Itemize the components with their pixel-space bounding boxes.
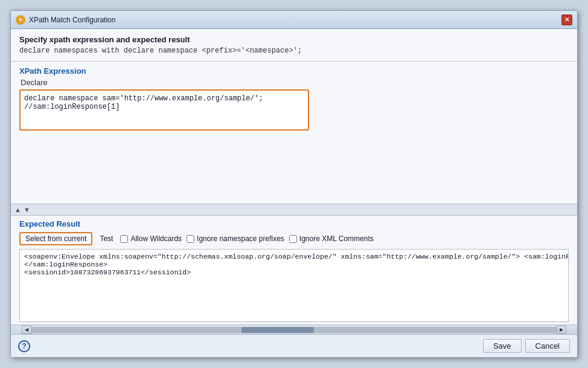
help-button[interactable]: ?	[18, 340, 30, 352]
scroll-right-button[interactable]: ▶	[557, 326, 566, 334]
cancel-button[interactable]: Cancel	[525, 339, 570, 353]
specify-label: Specify xpath expression and expected re…	[19, 35, 569, 44]
allow-wildcards-checkbox[interactable]	[120, 235, 128, 243]
save-button[interactable]: Save	[483, 339, 522, 353]
expected-line-3: <sessionid>10873286937963711</sessionid>	[24, 268, 564, 276]
expected-line-2: </sam:loginResponse>	[24, 260, 564, 268]
expected-toolbar: Select from current Test Allow Wildcards…	[19, 232, 569, 245]
horizontal-scrollbar[interactable]: ◀ ▶	[11, 324, 577, 334]
dialog-window: ✦ XPath Match Configuration ✕ Specify xp…	[10, 10, 578, 358]
declare-label: Declare	[19, 78, 569, 87]
dialog-body: Specify xpath expression and expected re…	[11, 29, 577, 357]
expected-line-1: <soapenv:Envelope xmlns:soapenv="http://…	[24, 253, 564, 260]
titlebar-left: ✦ XPath Match Configuration	[16, 15, 115, 25]
test-button[interactable]: Test	[97, 233, 115, 244]
declare-hint: declare namespaces with declare namespac…	[19, 47, 569, 55]
arrow-down-icon: ▼	[24, 206, 30, 213]
expected-result-label: Expected Result	[19, 219, 569, 228]
expected-content: <soapenv:Envelope xmlns:soapenv="http://…	[19, 249, 569, 322]
footer: ? Save Cancel	[11, 334, 577, 357]
select-from-current-button[interactable]: Select from current	[19, 232, 92, 245]
scrollbar-thumb[interactable]	[241, 327, 314, 333]
xpath-textarea[interactable]	[19, 89, 309, 131]
allow-wildcards-group[interactable]: Allow Wildcards	[120, 234, 182, 243]
top-section: Specify xpath expression and expected re…	[11, 29, 577, 62]
scroll-left-button[interactable]: ◀	[22, 326, 31, 334]
app-icon: ✦	[16, 15, 25, 25]
ignore-comments-label: Ignore XML Comments	[299, 234, 374, 243]
ignore-namespace-label: Ignore namespace prefixes	[197, 234, 284, 243]
titlebar: ✦ XPath Match Configuration ✕	[11, 11, 577, 29]
splitter[interactable]: ▲ ▼	[11, 204, 577, 216]
ignore-namespace-group[interactable]: Ignore namespace prefixes	[187, 234, 284, 243]
scrollbar-track[interactable]	[31, 327, 557, 333]
arrow-up-icon: ▲	[14, 206, 21, 213]
titlebar-title: XPath Match Configuration	[29, 16, 115, 24]
xpath-expression-label: XPath Expression	[19, 66, 569, 76]
ignore-namespace-checkbox[interactable]	[187, 235, 194, 243]
xpath-section: XPath Expression Declare	[11, 62, 577, 204]
footer-buttons: Save Cancel	[483, 339, 570, 353]
ignore-comments-group[interactable]: Ignore XML Comments	[289, 234, 374, 243]
ignore-comments-checkbox[interactable]	[289, 235, 297, 243]
close-button[interactable]: ✕	[561, 15, 572, 25]
expected-section: Expected Result Select from current Test…	[11, 216, 577, 324]
allow-wildcards-label: Allow Wildcards	[130, 234, 182, 243]
